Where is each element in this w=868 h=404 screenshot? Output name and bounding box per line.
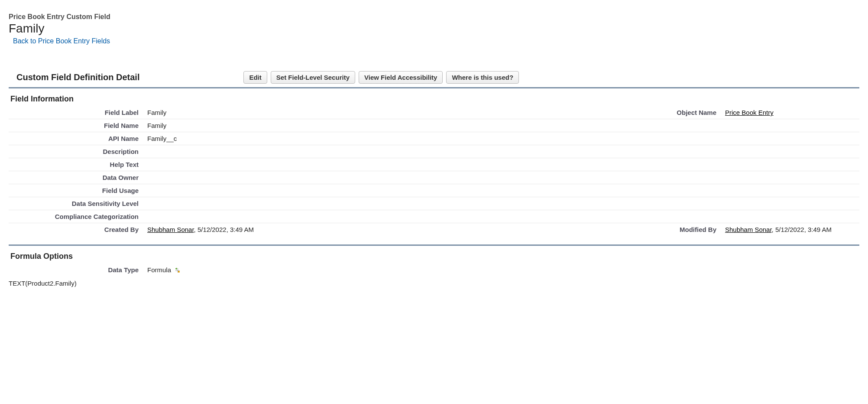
value-compliance-categorization [143, 210, 634, 223]
value-field-usage [143, 184, 634, 197]
button-bar: Edit Set Field-Level Security View Field… [243, 71, 519, 84]
value-object-name-link[interactable]: Price Book Entry [725, 109, 774, 116]
value-field-name: Family [143, 119, 634, 132]
detail-section-title: Custom Field Definition Detail [16, 72, 139, 82]
label-field-label: Field Label [9, 106, 143, 119]
value-data-sensitivity-level [143, 197, 634, 210]
created-by-date: , 5/12/2022, 3:49 AM [194, 226, 254, 233]
label-data-sensitivity-level: Data Sensitivity Level [9, 197, 143, 210]
formula-options-heading: Formula Options [10, 252, 859, 261]
label-compliance-categorization: Compliance Categorization [9, 210, 143, 223]
label-object-name: Object Name [634, 106, 721, 119]
formula-icon [175, 267, 181, 274]
label-modified-by: Modified By [634, 223, 721, 236]
page-title: Family [9, 22, 859, 36]
label-data-type: Data Type [9, 264, 143, 276]
label-field-usage: Field Usage [9, 184, 143, 197]
label-created-by: Created By [9, 223, 143, 236]
value-data-type: Formula [143, 264, 634, 276]
label-api-name: API Name [9, 132, 143, 145]
back-link[interactable]: Back to Price Book Entry Fields [13, 37, 110, 45]
value-data-owner [143, 171, 634, 184]
page-subtitle: Price Book Entry Custom Field [9, 13, 859, 21]
set-field-level-security-button[interactable]: Set Field-Level Security [271, 71, 355, 84]
value-created-by: Shubham Sonar, 5/12/2022, 3:49 AM [143, 223, 634, 236]
modified-by-date: , 5/12/2022, 3:49 AM [772, 226, 832, 233]
where-is-this-used-button[interactable]: Where is this used? [446, 71, 519, 84]
value-help-text [143, 158, 634, 171]
label-data-owner: Data Owner [9, 171, 143, 184]
value-modified-by: Shubham Sonar, 5/12/2022, 3:49 AM [721, 223, 859, 236]
value-field-label: Family [143, 106, 634, 119]
modified-by-user-link[interactable]: Shubham Sonar [725, 226, 772, 233]
formula-expression: TEXT(Product2.Family) [9, 276, 859, 287]
formula-options-table: Data Type Formula [9, 264, 859, 276]
label-field-name: Field Name [9, 119, 143, 132]
created-by-user-link[interactable]: Shubham Sonar [147, 226, 194, 233]
data-type-text: Formula [147, 266, 171, 274]
field-information-heading: Field Information [10, 94, 859, 104]
view-field-accessibility-button[interactable]: View Field Accessibility [359, 71, 443, 84]
label-description: Description [9, 145, 143, 158]
value-api-name: Family__c [143, 132, 634, 145]
edit-button[interactable]: Edit [243, 71, 267, 84]
label-help-text: Help Text [9, 158, 143, 171]
field-information-table: Field Label Family Object Name Price Boo… [9, 106, 859, 236]
value-description [143, 145, 634, 158]
